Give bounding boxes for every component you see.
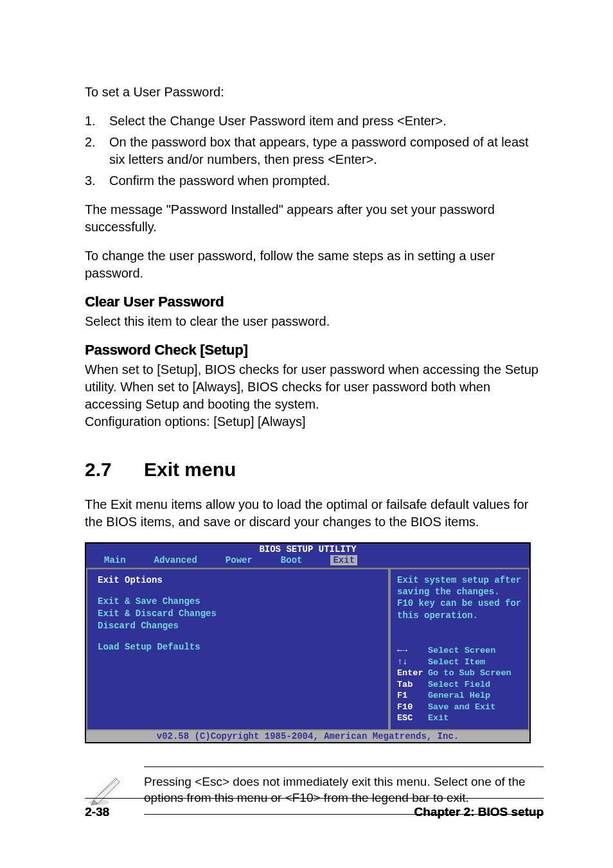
password-check-heading: Password Check [Setup]	[85, 342, 544, 359]
section-heading: 2.7Exit menu	[85, 459, 544, 481]
bios-exit-options-header: Exit Options	[98, 574, 378, 587]
password-check-options: Configuration options: [Setup] [Always]	[85, 413, 544, 430]
bios-screenshot: BIOS SETUP UTILITY Main Advanced Power B…	[85, 542, 531, 743]
steps-list: 1. Select the Change User Password item …	[85, 112, 544, 190]
bios-title: BIOS SETUP UTILITY	[86, 544, 529, 555]
bios-item-exit-discard[interactable]: Exit & Discard Changes	[98, 608, 378, 620]
page-number: 2-38	[85, 805, 109, 819]
password-installed-msg: The message "Password Installed" appears…	[85, 201, 544, 236]
bios-footer: v02.58 (C)Copyright 1985-2004, American …	[86, 731, 529, 742]
bios-left-pane: Exit Options Exit & Save Changes Exit & …	[86, 568, 389, 731]
change-password-note: To change the user password, follow the …	[85, 247, 544, 282]
bios-item-load-defaults[interactable]: Load Setup Defaults	[98, 641, 378, 653]
bios-tabs: Main Advanced Power Boot Exit	[86, 555, 529, 567]
bios-tab-advanced[interactable]: Advanced	[154, 555, 197, 565]
clear-user-password-body: Select this item to clear the user passw…	[85, 313, 544, 330]
set-password-title: To set a User Password:	[85, 84, 544, 101]
clear-user-password-heading: Clear User Password	[85, 294, 544, 310]
bios-right-pane: Exit system setup after saving the chang…	[389, 568, 529, 731]
step-2: 2. On the password box that appears, typ…	[85, 134, 544, 168]
step-1: 1. Select the Change User Password item …	[85, 112, 544, 130]
bios-help-text: Exit system setup after saving the chang…	[397, 574, 523, 645]
section-lead: The Exit menu items allow you to load th…	[85, 496, 544, 531]
password-check-body: When set to [Setup], BIOS checks for use…	[85, 361, 544, 413]
chapter-label: Chapter 2: BIOS setup	[414, 805, 544, 819]
page-footer: 2-38 Chapter 2: BIOS setup	[85, 798, 544, 819]
bios-tab-main[interactable]: Main	[104, 555, 126, 565]
bios-item-exit-save[interactable]: Exit & Save Changes	[98, 596, 378, 608]
bios-tab-power[interactable]: Power	[226, 555, 253, 565]
bios-item-discard[interactable]: Discard Changes	[98, 620, 378, 632]
step-3: 3. Confirm the password when prompted.	[85, 172, 544, 190]
bios-tab-exit[interactable]: Exit	[330, 555, 357, 565]
bios-tab-boot[interactable]: Boot	[281, 555, 303, 565]
section-number: 2.7	[85, 459, 144, 481]
section-title: Exit menu	[144, 459, 236, 480]
bios-keys-legend: ←→Select Screen ↑↓Select Item EnterGo to…	[397, 645, 523, 724]
